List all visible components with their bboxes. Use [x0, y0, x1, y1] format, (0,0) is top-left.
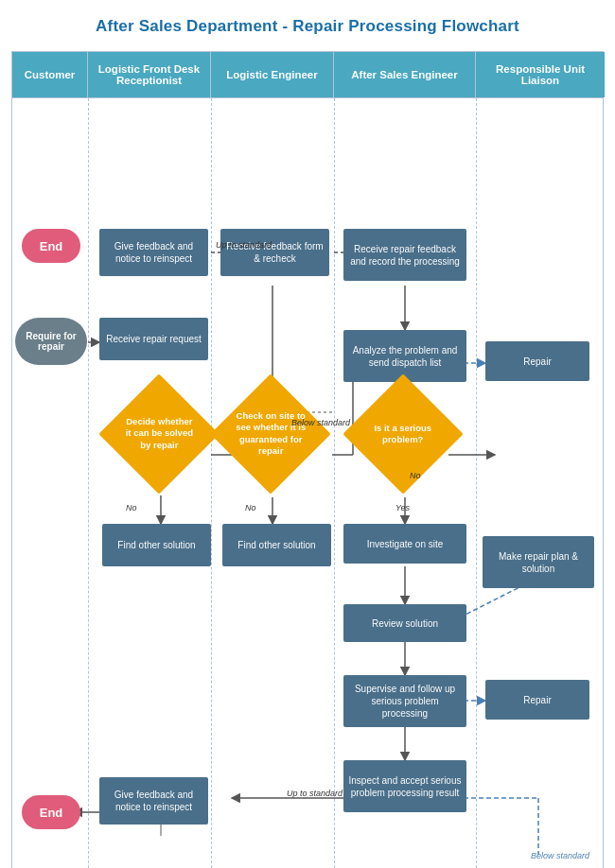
supervise-box: Supervise and follow up serious problem …	[343, 675, 466, 727]
give-feedback-top-box: Give feedback and notice to reinspect	[99, 229, 208, 276]
receive-repair-request-box: Receive repair request	[99, 318, 208, 360]
check-site-diamond: Check on site to see whether it is guara…	[210, 373, 330, 494]
header-aftersales: After Sales Engineer	[334, 52, 476, 97]
divider-2	[211, 98, 212, 868]
yes-serious-label: Yes	[395, 503, 410, 512]
give-feedback-bottom-box: Give feedback and notice to reinspect	[99, 777, 208, 825]
no-check-label: No	[245, 503, 256, 512]
no-serious-label: No	[410, 471, 421, 480]
divider-3	[334, 98, 335, 868]
page: After Sales Department - Repair Processi…	[0, 0, 615, 868]
page-title: After Sales Department - Repair Processi…	[11, 17, 604, 36]
require-repair-oval: Require for repair	[15, 318, 87, 365]
decide-diamond: Decide whether it can be solved by repai…	[98, 373, 219, 494]
end-bottom-oval: End	[22, 795, 80, 829]
up-to-standard-label-bottom: Up to standard	[287, 789, 343, 798]
repair-bottom-box: Repair	[485, 680, 589, 720]
serious-diamond: Is it a serious problem?	[343, 373, 463, 494]
find-other-2-box: Find other solution	[222, 524, 331, 566]
find-other-1-box: Find other solution	[102, 524, 211, 566]
diagram-body: End Require for repair Give feedback and…	[12, 97, 603, 868]
flowchart-container: Customer Logistic Front Desk Receptionis…	[11, 51, 604, 868]
below-standard-label-bottom: Below standard	[531, 851, 589, 860]
below-standard-label-top: Below standard	[291, 418, 350, 427]
investigate-box: Investigate on site	[343, 524, 466, 564]
header-frontdesk: Logistic Front Desk Receptionist	[88, 52, 211, 97]
arrows-svg	[12, 98, 603, 868]
receive-feedback-box: Receive feedback form & recheck	[220, 229, 329, 276]
repair-top-box: Repair	[485, 341, 589, 381]
column-headers: Customer Logistic Front Desk Receptionis…	[12, 52, 603, 97]
review-solution-box: Review solution	[343, 604, 466, 642]
no-decide-label: No	[126, 503, 137, 512]
header-logeng: Logistic Engineer	[211, 52, 334, 97]
receive-repair-feedback-box: Receive repair feedback and record the p…	[343, 229, 466, 281]
header-customer: Customer	[12, 52, 88, 97]
analyze-problem-box: Analyze the problem and send dispatch li…	[343, 330, 466, 382]
divider-4	[476, 98, 477, 868]
divider-1	[88, 98, 89, 868]
make-repair-box: Make repair plan & solution	[483, 536, 594, 588]
up-to-standard-label-top: Up to standard	[216, 240, 272, 250]
inspect-accept-box: Inspect and accept serious problem proce…	[343, 760, 466, 812]
header-responsible: Responsible Unit Liaison	[476, 52, 605, 97]
end-top-oval: End	[22, 229, 80, 263]
